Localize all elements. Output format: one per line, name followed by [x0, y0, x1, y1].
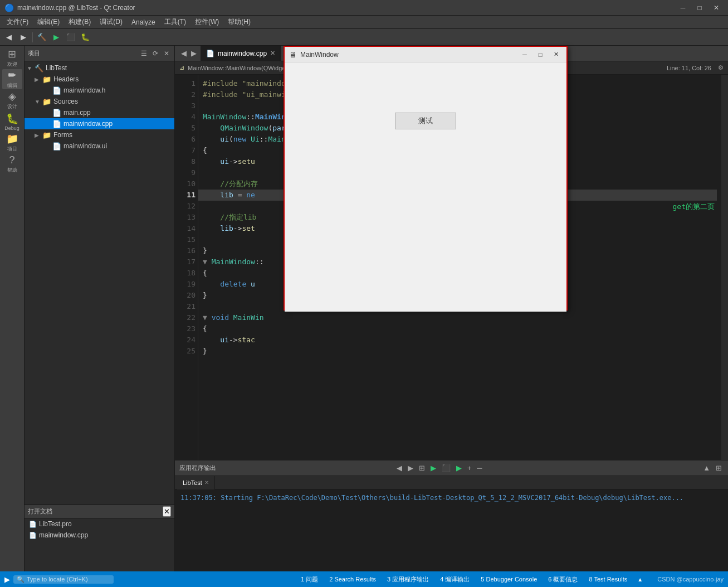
toolbar-separator [32, 32, 33, 42]
project-close-button[interactable]: ✕ [162, 49, 171, 58]
menu-bar: 文件(F)编辑(E)构建(B)调试(D)Analyze工具(T)控件(W)帮助(… [0, 16, 728, 29]
status-debugger-console[interactable]: 5 Debugger Console [478, 576, 539, 583]
maximize-button[interactable]: □ [692, 3, 707, 13]
open-doc-libtest-pro[interactable]: 📄 LibTest.pro [25, 518, 174, 530]
status-search-results[interactable]: 2 Search Results [327, 576, 378, 583]
line-num: 20 [175, 290, 196, 301]
editor-scrollbar[interactable] [721, 75, 728, 460]
output-prev-button[interactable]: ◀ [395, 463, 404, 473]
forward-button[interactable]: ▶ [17, 31, 30, 43]
open-docs-title: 打开文档 [28, 507, 160, 516]
menu-item-b[interactable]: 构建(B) [64, 16, 95, 28]
menu-item-h[interactable]: 帮助(H) [223, 16, 255, 28]
popup-test-button[interactable]: 测试 [395, 113, 456, 129]
project-sync-button[interactable]: ⟳ [151, 49, 160, 58]
project-filter-button[interactable]: ☰ [139, 49, 149, 58]
output-confirm-button[interactable]: ▶ [455, 463, 463, 473]
output-tabs: LibTest ✕ [175, 476, 728, 489]
line-num: 14 [175, 223, 196, 234]
file-icon: 📄 [52, 120, 61, 128]
run-button[interactable]: ▶ [50, 31, 63, 43]
tab-prev-button[interactable]: ◀ [179, 48, 188, 58]
help-label: 帮助 [7, 167, 17, 174]
tree-item-libtest[interactable]: ▼ 🔨 LibTest [25, 62, 174, 74]
debug-button[interactable]: 🐛 [79, 31, 92, 43]
popup-maximize-button[interactable]: □ [534, 50, 546, 60]
editor-tab-mainwindow-cpp[interactable]: 📄 mainwindow.cpp ✕ [201, 46, 281, 61]
tree-item-label: mainwindow.h [63, 86, 105, 94]
sidebar-welcome[interactable]: ⊞ 欢迎 [2, 48, 22, 68]
file-icon: 📄 [52, 109, 61, 117]
menu-item-w[interactable]: 控件(W) [190, 16, 223, 28]
sidebar-help[interactable]: ? 帮助 [2, 154, 22, 174]
cpp-file-icon: 📄 [29, 532, 37, 539]
output-filter-button[interactable]: ⊞ [417, 463, 427, 473]
tree-item-sources[interactable]: ▼ 📁 Sources [25, 96, 174, 107]
output-content[interactable]: 11:37:05: Starting F:\DataRec\Code\Demo\… [175, 489, 728, 571]
minimize-button[interactable]: ─ [676, 3, 690, 13]
expand-arrow: ▼ [27, 65, 35, 71]
open-doc-mainwindow-cpp[interactable]: 📄 mainwindow.cpp [25, 530, 174, 541]
back-button[interactable]: ◀ [2, 31, 16, 43]
line-num: 1 [175, 78, 196, 89]
popup-minimize-button[interactable]: ─ [519, 50, 531, 60]
tab-close-button[interactable]: ✕ [270, 50, 275, 57]
expand-arrow: ▶ [35, 76, 42, 83]
tree-item-forms[interactable]: ▶ 📁 Forms [25, 129, 174, 140]
status-test-results[interactable]: 8 Test Results [587, 576, 629, 583]
status-up-button[interactable]: ▲ [636, 576, 644, 583]
projects-icon: 📁 [6, 133, 18, 145]
output-collapse-button[interactable]: ▲ [701, 463, 712, 473]
menu-item-analyze[interactable]: Analyze [127, 17, 160, 27]
output-remove-button[interactable]: ─ [475, 463, 483, 473]
line-num: 19 [175, 279, 196, 290]
line-num: 4 [175, 111, 196, 123]
output-panel-title: 应用程序输出 [179, 464, 393, 472]
sidebar-edit[interactable]: ✏ 编辑 [2, 69, 22, 89]
output-tab-libtest[interactable]: LibTest ✕ [177, 476, 215, 489]
welcome-label: 欢迎 [7, 61, 17, 68]
stop-button[interactable]: ⬛ [64, 31, 77, 43]
status-search-icon: 🔍 [17, 576, 25, 583]
window-title: mainwindow.cpp @ LibTest - Qt Creator [17, 4, 676, 12]
output-tab-close-button[interactable]: ✕ [204, 479, 209, 486]
menu-item-d[interactable]: 调试(D) [95, 16, 127, 28]
output-stop-button[interactable]: ⬛ [440, 463, 452, 473]
sidebar-debug[interactable]: 🐛 Debug [2, 111, 22, 132]
line-num: 12 [175, 201, 196, 212]
tab-nav-buttons: ◀ ▶ [177, 48, 201, 58]
menu-item-t[interactable]: 工具(T) [160, 16, 190, 28]
output-expand-button[interactable]: ⊞ [714, 463, 724, 473]
status-app-output[interactable]: 3 应用程序输出 [385, 575, 431, 584]
tab-next-button[interactable]: ▶ [189, 48, 198, 58]
tree-item-mainwindow-ui[interactable]: ▶ 📄 mainwindow.ui [25, 140, 174, 152]
tree-item-mainwindow-cpp[interactable]: ▶ 📄 mainwindow.cpp [25, 118, 174, 129]
status-search-input[interactable] [27, 576, 105, 583]
line-num: 18 [175, 268, 196, 279]
projects-label: 项目 [7, 145, 17, 153]
menu-item-e[interactable]: 编辑(E) [33, 16, 64, 28]
close-button[interactable]: ✕ [709, 3, 724, 13]
status-issues-1[interactable]: 1 问题 [299, 575, 320, 584]
popup-close-button[interactable]: ✕ [550, 50, 562, 60]
build-button[interactable]: 🔨 [35, 31, 48, 43]
tree-item-main-cpp[interactable]: ▶ 📄 main.cpp [25, 107, 174, 118]
tree-item-headers[interactable]: ▶ 📁 Headers [25, 74, 174, 85]
menu-item-f[interactable]: 文件(F) [2, 16, 33, 28]
status-overview[interactable]: 6 概要信息 [546, 575, 580, 584]
open-docs-close-button[interactable]: ✕ [163, 506, 171, 517]
tree-item-mainwindow-h[interactable]: ▶ 📄 mainwindow.h [25, 85, 174, 96]
output-add-button[interactable]: + [466, 463, 473, 473]
output-run-button[interactable]: ▶ [429, 463, 438, 473]
sidebar-design[interactable]: ◈ 设计 [2, 90, 22, 110]
popup-window-title: MainWindow [300, 51, 515, 59]
sidebar-projects[interactable]: 📁 项目 [2, 133, 22, 153]
line-num: 11 [175, 190, 196, 201]
app-icon: 🔵 [4, 3, 14, 12]
folder-icon: 📁 [42, 131, 51, 139]
output-next-button[interactable]: ▶ [406, 463, 415, 473]
line-num: 3 [175, 100, 196, 111]
edit-label: 编辑 [7, 82, 17, 89]
status-build-output[interactable]: 4 编译输出 [438, 575, 472, 584]
line-num: 16 [175, 245, 196, 256]
